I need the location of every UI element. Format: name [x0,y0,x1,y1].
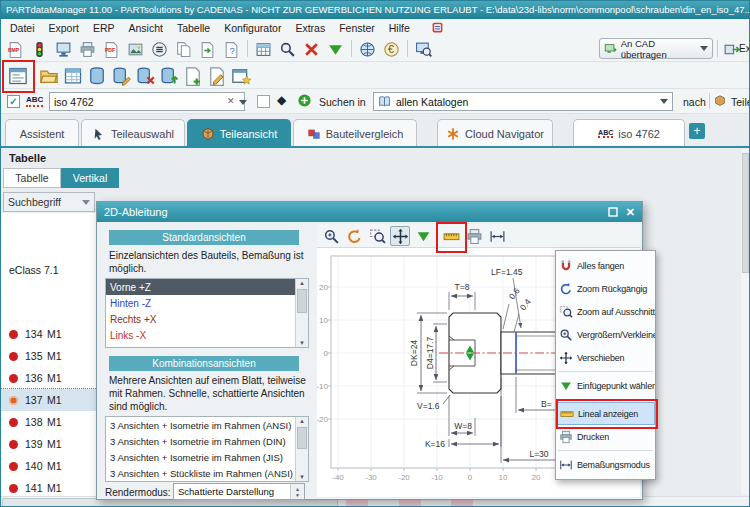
combo-view-option[interactable]: 3 Ansichten + Isometrie im Rahmen (DIN) [106,433,300,449]
menu-item-alles-fangen[interactable]: Alles fangen [556,254,655,277]
zoom-undo-icon[interactable] [344,226,364,246]
menu-ansicht[interactable]: Ansicht [121,19,169,36]
euro-price-icon[interactable]: € [381,39,401,59]
formula-icon[interactable] [149,39,169,59]
filter-dropdown-icon[interactable] [325,39,345,59]
add-search-icon[interactable] [297,93,312,112]
edit-document-icon[interactable] [205,64,228,87]
view-option[interactable]: Rechts +X [106,311,300,327]
database-icon[interactable] [85,64,108,87]
vertical-scrollbar[interactable] [741,149,750,495]
scroll-down-icon[interactable]: ▼ [299,339,305,347]
cad-preview-icon[interactable] [413,39,433,59]
close-icon[interactable]: ✕ [626,206,635,219]
menu-konfigurator[interactable]: Konfigurator [217,19,288,36]
list-item[interactable]: 134 M1 [1,323,97,345]
search-input[interactable] [49,92,245,111]
abc-fulltext-icon[interactable]: ABC [26,95,43,107]
quick-help-icon[interactable] [431,21,444,34]
print-icon[interactable] [77,39,97,59]
window-titlebar[interactable]: PARTdataManager 11.00 - PARTsolutions by… [1,1,749,19]
new-window-icon[interactable] [229,64,252,87]
menu-fenster[interactable]: Fenster [332,19,382,36]
open-folder-icon[interactable] [37,64,60,87]
copy-pages-icon[interactable] [173,39,193,59]
scroll-down-icon[interactable]: ▼ [299,473,305,481]
zoom-window-icon[interactable] [367,226,387,246]
menu-item-zoom-rueckgaengig[interactable]: Zoom Rückgängig [556,277,655,300]
rendermode-select[interactable]: Schattierte Darstellung ▲▼ [173,483,305,500]
tree-item-eclass[interactable]: eClass 7.1 [9,264,59,276]
list-item[interactable]: 136 M1 [1,367,97,389]
search-checkbox-checked[interactable]: ✓ [7,95,20,108]
view-option[interactable]: Links -X [106,327,300,343]
search-checkbox-empty[interactable] [257,95,270,108]
zoom-dynamic-icon[interactable] [321,226,341,246]
menu-tabelle[interactable]: Tabelle [170,19,217,36]
search-dropdown-icon[interactable] [239,100,247,105]
listbox-scrollbar[interactable]: ▲▼ [295,417,308,481]
dialog-titlebar[interactable]: 2D-Ableitung ✕ [97,202,642,222]
tab-document-iso4762[interactable]: ABC iso 4762 [573,119,685,147]
list-item[interactable]: 135 M1 [1,345,97,367]
teile-label[interactable]: Teile [731,96,750,108]
table-grid-icon[interactable] [253,39,273,59]
page-export-icon[interactable] [197,39,217,59]
scrollbar-thumb[interactable] [297,427,307,449]
subtab-vertikal[interactable]: Vertikal [61,168,119,188]
database-edit-icon[interactable] [109,64,132,87]
tab-assistent[interactable]: Assistent [5,119,79,147]
cad-transfer-button[interactable]: An CAD übertragen [599,38,713,59]
ruler-icon[interactable] [441,226,461,246]
subtab-tabelle[interactable]: Tabelle [3,168,61,188]
menu-item-vergroessern-verkleinern[interactable]: Vergrößern/Verkleinern [556,323,655,346]
menu-item-drucken[interactable]: Drucken [556,425,655,448]
image-icon[interactable] [125,39,145,59]
menu-hilfe[interactable]: Hilfe [382,19,417,36]
list-item[interactable]: 140 M1 [1,455,97,477]
new-document-icon[interactable] [181,64,204,87]
menu-export[interactable]: Export [42,19,86,36]
tab-teileauswahl[interactable]: Teileauswahl [81,119,185,147]
bmp-export-icon[interactable]: BMP [5,39,25,59]
list-item[interactable]: 139 M1 [1,433,97,455]
clear-search-icon[interactable]: ✕ [227,96,235,106]
menu-erp[interactable]: ERP [86,19,122,36]
tab-cloud-navigator[interactable]: Cloud Navigator [437,119,553,147]
search-icon[interactable] [277,39,297,59]
tab-teileansicht[interactable]: Teileansicht [187,119,291,147]
combo-view-option[interactable]: 3 Ansichten + Isometrie im Rahmen (JIS) [106,449,300,465]
database-upload-icon[interactable] [157,64,180,87]
view-option[interactable]: Hinten -Z [106,295,300,311]
print-icon[interactable] [464,226,484,246]
search-column-header[interactable]: Suchbegriff [3,192,95,212]
menu-item-zoom-auf-ausschnitt[interactable]: Zoom auf Ausschnitt [556,300,655,323]
view-option-selected[interactable]: Vorne +Z [106,279,300,295]
scrollbar-thumb[interactable] [297,289,307,313]
list-item-selected[interactable]: 137 M1 [1,389,97,411]
globe-icon[interactable] [357,39,377,59]
page-help-icon[interactable]: ? [221,39,241,59]
delete-icon[interactable] [301,39,321,59]
export-icon[interactable] [721,39,741,59]
tab-bauteilvergleich[interactable]: Bauteilvergleich [293,119,417,147]
spinner-icon[interactable]: ▲▼ [290,484,304,499]
add-tab-button[interactable]: + [689,123,705,139]
combo-view-option[interactable]: 3 Ansichten + Isometrie im Rahmen (ANSI) [106,417,300,433]
derivation-2d-icon[interactable] [6,64,29,87]
menu-item-einfuegepunkt-waehlen[interactable]: Einfügepunkt wählen [556,374,655,397]
float-panel-icon[interactable] [608,207,618,217]
table-blue-icon[interactable] [61,64,84,87]
menu-item-lineal-anzeigen[interactable]: Lineal anzeigen [556,402,655,425]
pan-icon[interactable] [390,226,410,246]
insert-point-icon[interactable] [413,226,433,246]
listbox-scrollbar[interactable]: ▲▼ [295,279,308,347]
view-monitor-icon[interactable] [53,39,73,59]
catalog-select[interactable]: allen Katalogen [373,92,673,111]
menu-item-bemassungsmodus[interactable]: Bemaßungsmodus [556,453,655,476]
menu-extras[interactable]: Extras [288,19,332,36]
scrollbar-thumb[interactable] [742,153,749,273]
database-delete-icon[interactable] [133,64,156,87]
dimension-mode-icon[interactable] [487,226,507,246]
menu-datei[interactable]: Datei [3,19,42,36]
